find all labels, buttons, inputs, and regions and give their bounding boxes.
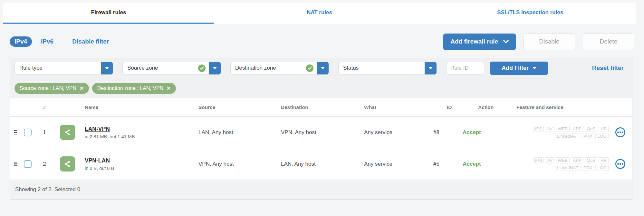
row-number: 1 <box>35 129 54 136</box>
toolbar: IPv4 IPv6 Disable filter Add firewall ru… <box>10 33 634 50</box>
filter-applied-check-icon <box>198 64 206 72</box>
header-number: # <box>35 104 54 110</box>
filter-chip-label: Destination zone : LAN, VPN <box>97 85 163 91</box>
remove-filter-icon[interactable]: ✕ <box>167 85 171 91</box>
ipv4-toggle[interactable]: IPv4 <box>10 36 32 47</box>
add-firewall-rule-label: Add firewall rule <box>450 38 498 45</box>
rule-name-link[interactable]: VPN-LAN <box>85 157 183 164</box>
source-zone-filter-dropdown[interactable]: Source zone <box>122 62 221 74</box>
feature-badge: LinkedNAT <box>555 133 580 139</box>
rule-id: #5 <box>428 161 455 167</box>
feature-badge: LinkedNAT <box>555 165 580 171</box>
add-firewall-rule-button[interactable]: Add firewall rule <box>443 34 516 50</box>
row-menu-ellipsis-icon[interactable] <box>615 127 625 137</box>
row-number: 2 <box>35 161 54 167</box>
destination-zone-filter-label: Destination zone <box>235 65 306 71</box>
filter-bar: Rule type Source zone Destination zone <box>10 58 632 78</box>
delete-button[interactable]: Delete <box>583 34 634 50</box>
rule-action: Accept <box>455 129 500 136</box>
rule-type-tabbar: Firewall rules NAT rules SSL/TLS inspect… <box>3 3 636 24</box>
feature-badges: IPS AV WEB APP QoS HB LinkedNAT PRX LOG <box>516 157 609 171</box>
reset-filter-link[interactable]: Reset filter <box>592 64 624 72</box>
tab-ssl-tls-inspection-rules[interactable]: SSL/TLS inspection rules <box>425 3 636 24</box>
feature-badge: LOG <box>595 165 609 171</box>
feature-badge: QoS <box>585 126 597 132</box>
feature-badge: HB <box>599 126 609 132</box>
destination-zone-filter-box: Destination zone <box>230 62 317 74</box>
rule-what: Any service <box>349 129 428 136</box>
filter-chip-source-zone: Source zone : LAN, VPN ✕ <box>14 83 89 94</box>
feature-badge: IPS <box>533 157 544 163</box>
status-filter-dropdown[interactable]: Status <box>338 62 437 74</box>
destination-zone-filter-dropdown[interactable]: Destination zone <box>230 62 329 74</box>
destination-zone-filter-expand-button[interactable] <box>317 62 329 74</box>
active-filter-chips: Source zone : LAN, VPN ✕ Destination zon… <box>10 78 632 98</box>
header-name: Name <box>81 104 183 110</box>
feature-badge: WEB <box>556 157 570 163</box>
feature-badge: PRX <box>582 133 594 139</box>
caret-down-icon <box>429 67 433 69</box>
status-filter-label: Status <box>343 65 421 71</box>
tab-firewall-rules[interactable]: Firewall rules <box>3 3 214 24</box>
feature-badge: QoS <box>585 157 597 163</box>
row-checkbox[interactable] <box>24 160 32 168</box>
feature-badge: HB <box>599 157 609 163</box>
firewall-rules-panel: Rule type Source zone Destination zone <box>10 58 632 200</box>
feature-badge: AV <box>545 126 554 132</box>
table-header-row: # Name Source Destination What ID Action… <box>10 98 632 117</box>
source-zone-filter-expand-button[interactable] <box>209 62 221 74</box>
disable-button[interactable]: Disable <box>524 34 575 50</box>
rule-type-filter-label: Rule type <box>19 65 98 71</box>
rule-source: VPN, Any host <box>183 161 266 167</box>
rule-destination: VPN, Any host <box>266 129 349 136</box>
rule-source: LAN, Any host <box>183 129 266 136</box>
status-filter-expand-button[interactable] <box>425 62 437 74</box>
drag-handle-icon[interactable] <box>14 162 17 166</box>
toolbar-actions: Add firewall rule Disable Delete <box>443 34 634 50</box>
network-rule-share-icon <box>60 156 75 172</box>
remove-filter-icon[interactable]: ✕ <box>80 85 84 91</box>
rule-name-link[interactable]: LAN-VPN <box>85 126 183 133</box>
ipv6-toggle[interactable]: IPv6 <box>41 38 53 45</box>
drag-handle-icon[interactable] <box>14 130 17 135</box>
header-source: Source <box>183 104 266 110</box>
add-filter-button[interactable]: Add Filter <box>490 62 548 75</box>
rule-id-input[interactable] <box>446 62 484 74</box>
row-menu-ellipsis-icon[interactable] <box>615 159 625 169</box>
row-checkbox[interactable] <box>24 129 32 136</box>
rule-what: Any service <box>349 161 428 167</box>
caret-down-icon <box>105 67 109 69</box>
source-zone-filter-box: Source zone <box>122 62 209 74</box>
rule-action: Accept <box>455 161 500 167</box>
feature-badge: LOG <box>595 133 609 139</box>
header-what: What <box>349 104 428 110</box>
chevron-down-icon <box>503 40 509 44</box>
feature-badge: WEB <box>556 126 570 132</box>
feature-badge: APP <box>571 126 583 132</box>
add-filter-label: Add Filter <box>502 65 529 72</box>
table-row: 2 VPN-LAN in 0 B, out 0 B VPN, Any host … <box>10 148 632 180</box>
feature-badges: IPS AV WEB APP QoS HB LinkedNAT PRX LOG <box>516 126 609 139</box>
filter-applied-check-icon <box>306 64 313 72</box>
feature-badge: AV <box>545 157 554 163</box>
table-footer: Showing 2 of 2. Selected 0 <box>10 180 632 199</box>
rule-type-filter-dropdown[interactable]: Rule type <box>14 62 113 74</box>
rule-traffic: in 2.81 MB, out 1.41 MB <box>85 134 183 139</box>
rule-traffic: in 0 B, out 0 B <box>85 166 183 171</box>
caret-down-icon <box>533 67 536 69</box>
header-action: Action <box>455 104 500 110</box>
rule-type-filter-expand-button[interactable] <box>101 62 113 74</box>
feature-badge: APP <box>571 157 583 163</box>
header-id: ID <box>428 104 455 110</box>
tab-nat-rules-label: NAT rules <box>307 9 332 16</box>
disable-filter-link[interactable]: Disable filter <box>72 38 109 45</box>
filter-chip-destination-zone: Destination zone : LAN, VPN ✕ <box>92 83 176 94</box>
filter-chip-label: Source zone : LAN, VPN <box>20 85 76 91</box>
header-destination: Destination <box>266 104 349 110</box>
tab-firewall-rules-label: Firewall rules <box>91 9 126 16</box>
tab-ssl-tls-inspection-rules-label: SSL/TLS inspection rules <box>497 9 563 16</box>
source-zone-filter-label: Source zone <box>127 65 198 71</box>
feature-badge: PRX <box>582 165 594 171</box>
tab-nat-rules[interactable]: NAT rules <box>214 3 425 24</box>
caret-down-icon <box>213 67 217 69</box>
